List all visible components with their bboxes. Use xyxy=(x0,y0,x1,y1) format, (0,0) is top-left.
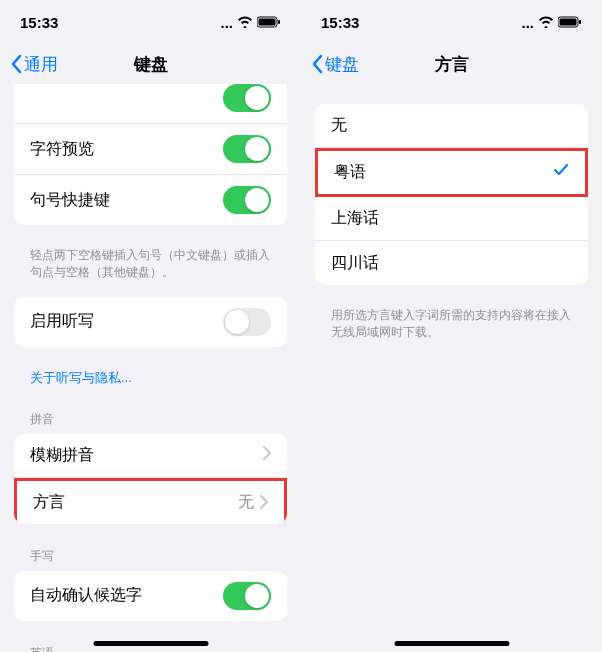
label: 自动确认候选字 xyxy=(30,585,142,606)
section-dictation: 启用听写 xyxy=(14,297,287,347)
back-button[interactable]: 键盘 xyxy=(311,53,359,76)
home-indicator[interactable] xyxy=(93,641,208,646)
row-dictation: 启用听写 xyxy=(14,297,287,347)
cellular-icon: ... xyxy=(220,14,233,31)
label: 四川话 xyxy=(331,253,379,274)
wifi-icon xyxy=(538,16,554,28)
label: 启用听写 xyxy=(30,311,94,332)
row-shanghainese[interactable]: 上海话 xyxy=(315,197,588,241)
content: 字符预览 句号快捷键 轻点两下空格键插入句号（中文键盘）或插入句点与空格（其他键… xyxy=(0,80,301,652)
row-auto-confirm: 自动确认候选字 xyxy=(14,571,287,621)
header-handwriting: 手写 xyxy=(0,540,301,571)
checkmark-icon xyxy=(553,162,569,183)
status-indicators: ... xyxy=(521,14,582,31)
svg-rect-4 xyxy=(560,19,577,26)
status-indicators: ... xyxy=(220,14,281,31)
status-time: 15:33 xyxy=(321,14,359,31)
svg-rect-5 xyxy=(579,20,581,24)
label: 模糊拼音 xyxy=(30,445,94,466)
value: 无 xyxy=(238,492,268,513)
partial-row xyxy=(14,80,287,124)
section-dialects: 无 粤语 上海话 四川话 xyxy=(315,104,588,285)
page-title: 键盘 xyxy=(134,53,168,76)
nav-bar: 通用 键盘 xyxy=(0,44,301,84)
chevron-right-icon xyxy=(263,446,271,464)
nav-bar: 键盘 方言 xyxy=(301,44,602,84)
status-bar: 15:33 ... xyxy=(301,0,602,44)
section-handwriting: 自动确认候选字 xyxy=(14,571,287,621)
chevron-left-icon xyxy=(10,54,22,74)
label: 无 xyxy=(331,115,347,136)
content: 无 粤语 上海话 四川话 用所选方言键入字词所需的支持内容将在接入无线局域网时下… xyxy=(301,84,602,357)
chevron-left-icon xyxy=(311,54,323,74)
label: 句号快捷键 xyxy=(30,190,110,211)
section-pinyin: 模糊拼音 方言 无 xyxy=(14,434,287,524)
back-label: 键盘 xyxy=(325,53,359,76)
label: 粤语 xyxy=(334,162,366,183)
toggle-dictation[interactable] xyxy=(223,308,271,336)
section-toggles: 字符预览 句号快捷键 xyxy=(14,80,287,225)
right-phone: 15:33 ... 键盘 方言 无 粤语 上海话 xyxy=(301,0,602,652)
status-time: 15:33 xyxy=(20,14,58,31)
battery-icon xyxy=(558,16,582,28)
footer-dialect: 用所选方言键入字词所需的支持内容将在接入无线局域网时下载。 xyxy=(301,301,602,357)
toggle-period-shortcut[interactable] xyxy=(223,186,271,214)
label: 上海话 xyxy=(331,208,379,229)
wifi-icon xyxy=(237,16,253,28)
status-bar: 15:33 ... xyxy=(0,0,301,44)
row-fuzzy-pinyin[interactable]: 模糊拼音 xyxy=(14,434,287,478)
toggle-char-preview[interactable] xyxy=(223,135,271,163)
back-button[interactable]: 通用 xyxy=(10,53,58,76)
battery-icon xyxy=(257,16,281,28)
cellular-icon: ... xyxy=(521,14,534,31)
row-cantonese[interactable]: 粤语 xyxy=(315,148,588,197)
page-title: 方言 xyxy=(435,53,469,76)
row-dialect[interactable]: 方言 无 xyxy=(14,478,287,524)
row-char-preview: 字符预览 xyxy=(14,124,287,175)
home-indicator[interactable] xyxy=(394,641,509,646)
label: 字符预览 xyxy=(30,139,94,160)
toggle-auto-confirm[interactable] xyxy=(223,582,271,610)
toggle-unknown[interactable] xyxy=(223,84,271,112)
left-phone: 15:33 ... 通用 键盘 字符预览 句号快捷键 xyxy=(0,0,301,652)
svg-rect-1 xyxy=(259,19,276,26)
dialect-value: 无 xyxy=(238,492,254,513)
dictation-privacy-link[interactable]: 关于听写与隐私... xyxy=(0,363,301,403)
header-pinyin: 拼音 xyxy=(0,403,301,434)
footer-shortcut: 轻点两下空格键插入句号（中文键盘）或插入句点与空格（其他键盘）。 xyxy=(0,241,301,297)
row-sichuanese[interactable]: 四川话 xyxy=(315,241,588,285)
back-label: 通用 xyxy=(24,53,58,76)
row-period-shortcut: 句号快捷键 xyxy=(14,175,287,225)
row-none[interactable]: 无 xyxy=(315,104,588,148)
label: 方言 xyxy=(33,492,65,513)
svg-rect-2 xyxy=(278,20,280,24)
chevron-right-icon xyxy=(260,495,268,509)
